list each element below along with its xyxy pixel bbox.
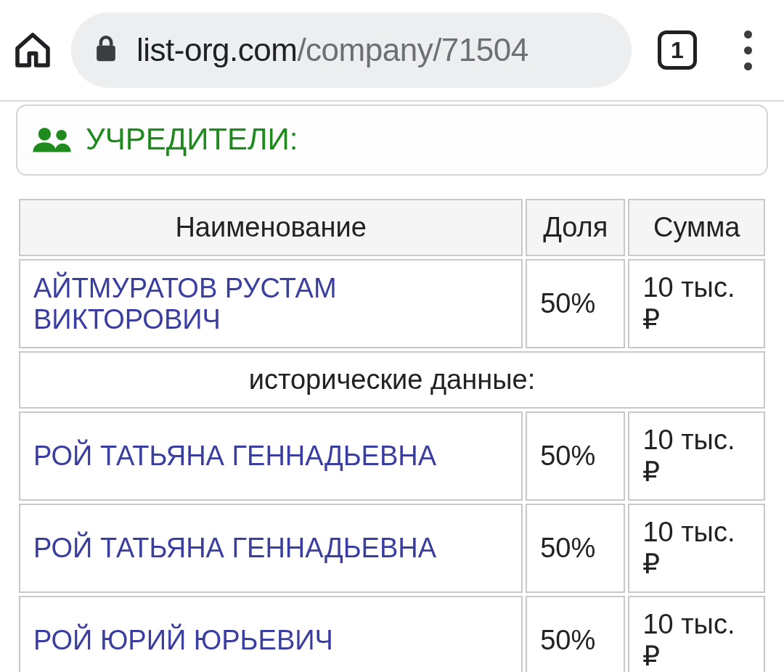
founder-link[interactable]: РОЙ ЮРИЙ ЮРЬЕВИЧ <box>33 625 333 655</box>
founders-card: УЧРЕДИТЕЛИ: <box>16 105 768 176</box>
svg-point-2 <box>56 130 67 141</box>
people-icon <box>32 125 74 154</box>
table-row: АЙТМУРАТОВ РУСТАМ ВИКТОРОВИЧ 50% 10 тыс.… <box>19 259 765 348</box>
home-button[interactable] <box>7 25 58 75</box>
founder-share: 50% <box>526 596 625 672</box>
table-row: РОЙ ТАТЬЯНА ГЕННАДЬЕВНА 50% 10 тыс.₽ <box>19 411 765 501</box>
tabs-count: 1 <box>671 37 684 64</box>
founders-table: Наименование Доля Сумма АЙТМУРАТОВ РУСТА… <box>16 196 768 672</box>
table-row: РОЙ ЮРИЙ ЮРЬЕВИЧ 50% 10 тыс.₽ <box>19 596 765 672</box>
table-row: РОЙ ТАТЬЯНА ГЕННАДЬЕВНА 50% 10 тыс.₽ <box>19 504 765 593</box>
home-icon <box>12 30 53 70</box>
url-host: list-org.com <box>136 32 297 67</box>
col-sum: Сумма <box>628 199 765 256</box>
overflow-menu-button[interactable] <box>726 28 769 72</box>
founder-share: 50% <box>526 504 625 593</box>
table-header-row: Наименование Доля Сумма <box>19 199 765 256</box>
col-name: Наименование <box>19 199 523 256</box>
url-text: list-org.com/company/71504 <box>136 32 528 68</box>
historical-label: исторические данные: <box>19 351 765 409</box>
founder-link[interactable]: РОЙ ТАТЬЯНА ГЕННАДЬЕВНА <box>33 533 436 563</box>
founder-share: 50% <box>526 411 625 501</box>
founder-sum: 10 тыс.₽ <box>628 504 765 593</box>
svg-rect-0 <box>97 46 115 61</box>
address-bar[interactable]: list-org.com/company/71504 <box>71 12 632 88</box>
historical-section-row: исторические данные: <box>19 351 765 409</box>
page-content: УЧРЕДИТЕЛИ: Наименование Доля Сумма АЙТМ… <box>0 105 784 672</box>
svg-point-1 <box>38 128 51 140</box>
lock-icon <box>93 34 119 66</box>
browser-toolbar: list-org.com/company/71504 1 <box>0 0 784 102</box>
col-share: Доля <box>526 199 625 256</box>
founder-sum: 10 тыс.₽ <box>628 411 765 501</box>
dots-icon <box>744 30 752 38</box>
founder-sum: 10 тыс.₽ <box>628 259 765 348</box>
founder-link[interactable]: РОЙ ТАТЬЯНА ГЕННАДЬЕВНА <box>33 441 436 471</box>
founders-title: УЧРЕДИТЕЛИ: <box>86 122 298 157</box>
founder-link[interactable]: АЙТМУРАТОВ РУСТАМ ВИКТОРОВИЧ <box>33 273 337 335</box>
founders-card-header[interactable]: УЧРЕДИТЕЛИ: <box>32 122 752 157</box>
url-path: /company/71504 <box>297 32 528 67</box>
founder-sum: 10 тыс.₽ <box>628 596 765 672</box>
tabs-button[interactable]: 1 <box>658 30 697 70</box>
founder-share: 50% <box>526 259 625 348</box>
